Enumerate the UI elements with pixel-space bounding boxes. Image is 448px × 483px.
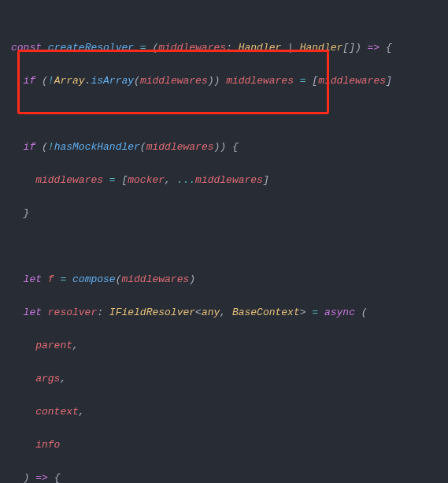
code-line: let f = compose(middlewares)	[0, 271, 448, 288]
code-line: ) => {	[0, 470, 448, 483]
code-line	[0, 238, 448, 255]
code-line: const createResolver = (middlewares: Han…	[0, 39, 448, 56]
code-line: args,	[0, 370, 448, 387]
code-line: parent,	[0, 337, 448, 354]
code-line: if (!hasMockHandler(middlewares)) {	[0, 139, 448, 155]
code-line: }	[0, 205, 448, 221]
code-block: const createResolver = (middlewares: Han…	[0, 0, 448, 483]
code-line: if (!Array.isArray(middlewares)) middlew…	[0, 72, 448, 89]
code-line: context,	[0, 403, 448, 420]
code-line: middlewares = [mocker, ...middlewares]	[0, 172, 448, 188]
code-line: info	[0, 437, 448, 453]
code-line	[0, 106, 448, 122]
code-line: let resolver: IFieldResolver<any, BaseCo…	[0, 304, 448, 321]
